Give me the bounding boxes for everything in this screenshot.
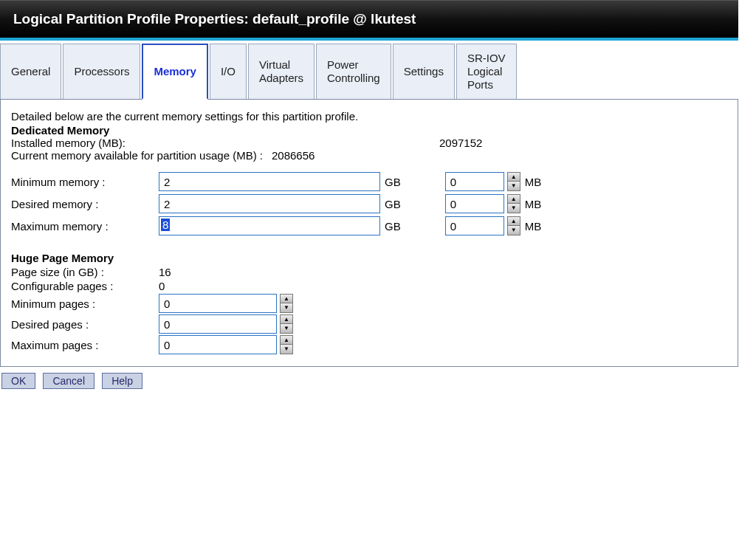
installed-memory-label: Installed memory (MB):	[11, 137, 439, 149]
ok-button[interactable]: OK	[1, 373, 35, 389]
desired-memory-row: Desired memory : GB ▲ ▼ MB	[11, 194, 727, 213]
spinner-down-icon[interactable]: ▼	[508, 204, 520, 213]
maximum-memory-mb-spinner[interactable]: ▲ ▼	[507, 216, 520, 235]
maximum-memory-label: Maximum memory :	[11, 220, 159, 233]
desired-memory-mb-spinner[interactable]: ▲ ▼	[507, 194, 520, 213]
maximum-pages-spinner[interactable]: ▲ ▼	[280, 335, 293, 354]
help-button[interactable]: Help	[102, 373, 142, 389]
accent-bar	[0, 38, 738, 41]
maximum-memory-mb-input[interactable]	[445, 216, 504, 235]
tab-power-controlling[interactable]: Power Controlling	[316, 44, 391, 99]
minimum-memory-mb-spinner[interactable]: ▲ ▼	[507, 172, 520, 191]
tab-bar: General Processors Memory I/O Virtual Ad…	[0, 44, 738, 100]
desired-memory-gb-input[interactable]	[159, 194, 380, 213]
desired-memory-label: Desired memory :	[11, 198, 159, 210]
spinner-down-icon[interactable]: ▼	[281, 324, 292, 333]
desired-pages-label: Desired pages :	[11, 318, 159, 331]
desired-pages-row: Desired pages : ▲ ▼	[11, 314, 727, 334]
tab-general[interactable]: General	[0, 44, 61, 99]
tab-virtual-adapters[interactable]: Virtual Adapters	[248, 44, 315, 99]
maximum-pages-label: Maximum pages :	[11, 339, 159, 351]
minimum-pages-input[interactable]	[159, 294, 277, 313]
spinner-down-icon[interactable]: ▼	[508, 182, 520, 190]
spinner-up-icon[interactable]: ▲	[281, 315, 292, 324]
mb-unit: MB	[525, 198, 542, 210]
tab-memory[interactable]: Memory	[142, 44, 208, 100]
tab-io[interactable]: I/O	[210, 44, 247, 99]
maximum-memory-row: Maximum memory : 8 GB ▲ ▼ MB	[11, 216, 727, 235]
maximum-memory-gb-input[interactable]	[159, 216, 380, 235]
window-title: Logical Partition Profile Properties: de…	[0, 0, 738, 38]
tab-processors[interactable]: Processors	[63, 44, 140, 99]
minimum-memory-label: Minimum memory :	[11, 176, 159, 188]
minimum-pages-spinner[interactable]: ▲ ▼	[280, 294, 293, 313]
maximum-pages-input[interactable]	[159, 335, 277, 354]
page-size-value: 16	[159, 266, 284, 278]
mb-unit: MB	[525, 176, 542, 188]
page-size-label: Page size (in GB) :	[11, 266, 159, 278]
desired-memory-mb-input[interactable]	[445, 194, 504, 213]
available-memory-value: 2086656	[272, 149, 315, 162]
spinner-down-icon[interactable]: ▼	[281, 303, 292, 312]
spinner-down-icon[interactable]: ▼	[281, 345, 292, 354]
minimum-pages-row: Minimum pages : ▲ ▼	[11, 294, 727, 313]
intro-text: Detailed below are the current memory se…	[11, 110, 727, 123]
minimum-memory-row: Minimum memory : GB ▲ ▼ MB	[11, 172, 727, 191]
spinner-up-icon[interactable]: ▲	[508, 195, 520, 204]
desired-pages-spinner[interactable]: ▲ ▼	[280, 314, 293, 334]
gb-unit: GB	[385, 220, 401, 233]
tab-settings[interactable]: Settings	[393, 44, 455, 99]
footer-buttons: OK Cancel Help	[0, 371, 738, 391]
minimum-memory-gb-input[interactable]	[159, 172, 380, 191]
dedicated-memory-heading: Dedicated Memory	[11, 124, 727, 137]
content-panel: Detailed below are the current memory se…	[0, 100, 738, 367]
tab-sriov-logical-ports[interactable]: SR-IOV Logical Ports	[456, 44, 517, 99]
spinner-up-icon[interactable]: ▲	[281, 336, 292, 345]
configurable-pages-value: 0	[159, 280, 284, 292]
available-memory-label: Current memory available for partition u…	[11, 149, 263, 162]
spinner-up-icon[interactable]: ▲	[281, 295, 292, 303]
spinner-up-icon[interactable]: ▲	[508, 173, 520, 182]
gb-unit: GB	[385, 198, 401, 210]
gb-unit: GB	[385, 176, 401, 188]
installed-memory-value: 2097152	[439, 137, 482, 149]
configurable-pages-label: Configurable pages :	[11, 280, 159, 292]
maximum-pages-row: Maximum pages : ▲ ▼	[11, 335, 727, 354]
spinner-down-icon[interactable]: ▼	[508, 226, 520, 235]
minimum-memory-mb-input[interactable]	[445, 172, 504, 191]
minimum-pages-label: Minimum pages :	[11, 297, 159, 310]
mb-unit: MB	[525, 220, 542, 233]
cancel-button[interactable]: Cancel	[43, 373, 94, 389]
spinner-up-icon[interactable]: ▲	[508, 217, 520, 226]
desired-pages-input[interactable]	[159, 314, 277, 334]
huge-page-memory-heading: Huge Page Memory	[11, 252, 727, 264]
